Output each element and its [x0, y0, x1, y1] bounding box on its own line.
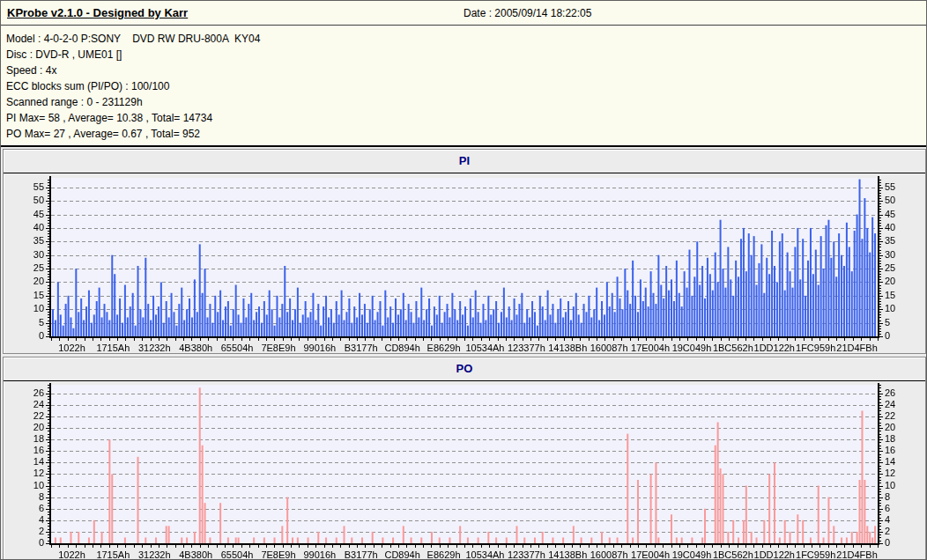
pi-chart-title: PI: [4, 150, 925, 173]
info-line-speed: Speed : 4x: [6, 63, 926, 78]
charts-area: PI PO: [1, 147, 926, 560]
info-line-model: Model : 4-0-2-0 P:SONY DVD RW DRU-800A K…: [6, 31, 926, 47]
info-line-disc: Disc : DVD-R , UME01 []: [6, 47, 926, 63]
info-line-range: Scanned range : 0 - 231129h: [6, 94, 926, 110]
po-chart-canvas: [4, 381, 923, 560]
pi-chart-canvas: [4, 173, 923, 354]
top-info-section: KProbe v2.1.0 - Designed by Karr Date : …: [1, 1, 926, 147]
po-chart-panel: PO: [3, 357, 926, 560]
po-chart-title: PO: [4, 357, 925, 381]
header-bar: KProbe v2.1.0 - Designed by Karr Date : …: [1, 1, 926, 26]
kprobe-window: KProbe v2.1.0 - Designed by Karr Date : …: [0, 0, 927, 560]
app-title: KProbe v2.1.0 - Designed by Karr: [7, 6, 188, 19]
pi-chart-panel: PI: [3, 149, 926, 354]
scan-info-block: Model : 4-0-2-0 P:SONY DVD RW DRU-800A K…: [1, 26, 926, 145]
info-line-pi-stats: PI Max= 58 , Average= 10.38 , Total= 147…: [6, 110, 926, 126]
info-line-ecc: ECC blocks sum (PI/PO) : 100/100: [6, 78, 926, 94]
scan-date: Date : 2005/09/14 18:22:05: [464, 7, 591, 19]
info-line-po-stats: PO Max= 27 , Average= 0.67 , Total= 952: [6, 126, 926, 142]
